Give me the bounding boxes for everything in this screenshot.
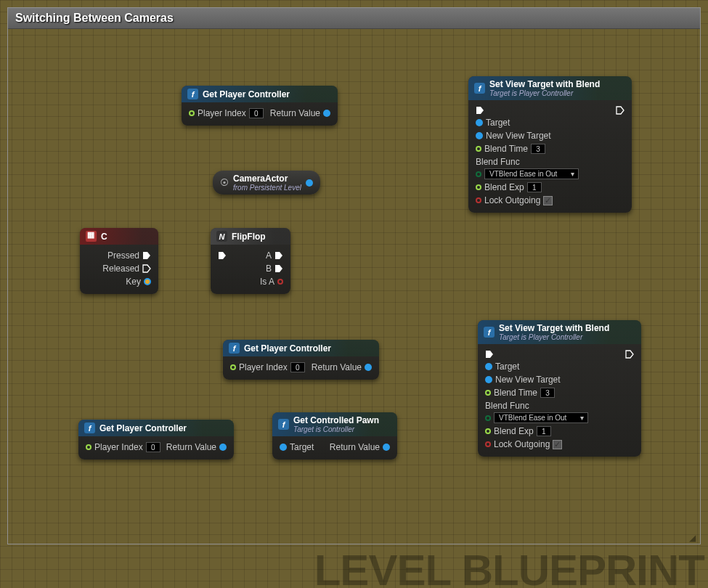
pin-new-view-target[interactable] <box>476 132 483 139</box>
lock-outgoing-checkbox[interactable]: ✓ <box>553 440 562 449</box>
pin-exec-b[interactable] <box>274 264 283 273</box>
node-flipflop[interactable]: N FlipFlop A B Is A <box>211 228 290 294</box>
node-get-player-controller-1[interactable]: f Get Player Controller Player Index Ret… <box>182 86 338 126</box>
pin-key[interactable] <box>144 278 151 285</box>
node-title: Set View Target with Blend <box>489 79 600 89</box>
function-icon: f <box>474 83 485 94</box>
pin-target[interactable] <box>280 444 287 451</box>
blend-time-input[interactable] <box>540 388 555 398</box>
node-title: Get Player Controller <box>203 89 290 99</box>
node-title: CameraActor <box>233 173 288 184</box>
function-icon: f <box>229 343 240 354</box>
node-key-c-event[interactable]: C Pressed Released Key <box>80 228 158 294</box>
pin-exec-in[interactable] <box>218 251 227 260</box>
blueprint-canvas[interactable]: LEVEL BLUEPRINT Switching Between Camera… <box>0 0 708 588</box>
lock-outgoing-checkbox[interactable]: ✓ <box>543 196 553 205</box>
pin-is-a[interactable] <box>277 279 283 285</box>
node-set-view-target-1[interactable]: f Set View Target with Blend Target is P… <box>468 76 632 213</box>
pin-player-index[interactable] <box>230 364 236 370</box>
node-title: Get Controlled Pawn <box>293 415 379 425</box>
pin-blend-time[interactable] <box>476 146 481 152</box>
pin-blend-exp[interactable] <box>476 184 481 190</box>
pin-blend-exp[interactable] <box>485 428 491 434</box>
node-title: Get Player Controller <box>99 423 187 433</box>
pin-return-value[interactable] <box>323 110 330 117</box>
blend-exp-input[interactable] <box>527 182 542 192</box>
pin-new-view-target[interactable] <box>485 376 492 383</box>
pin-target[interactable] <box>485 363 492 370</box>
node-subtitle: Target is Player Controller <box>489 89 600 97</box>
player-index-input[interactable] <box>146 442 160 452</box>
blend-exp-input[interactable] <box>537 426 551 436</box>
pin-blend-func[interactable] <box>476 171 481 177</box>
pin-blend-time[interactable] <box>485 390 491 396</box>
function-icon: f <box>484 327 495 338</box>
node-set-view-target-2[interactable]: f Set View Target with Blend Target is P… <box>478 320 641 457</box>
pin-output[interactable] <box>306 179 313 187</box>
pin-exec-in[interactable] <box>485 350 494 359</box>
pin-return-value[interactable] <box>383 444 390 451</box>
pin-lock-outgoing[interactable] <box>476 197 481 203</box>
node-camera-actor-ref[interactable]: ⦿ CameraActor from Persistent Level <box>213 171 320 195</box>
node-subtitle: from Persistent Level <box>233 184 301 192</box>
player-index-input[interactable] <box>249 108 264 118</box>
node-title: C <box>101 232 107 242</box>
pin-target[interactable] <box>476 119 483 126</box>
pin-exec-pressed[interactable] <box>142 251 151 260</box>
node-title: FlipFlop <box>232 232 266 242</box>
macro-icon: N <box>216 231 227 242</box>
node-subtitle: Target is Controller <box>293 425 379 433</box>
pin-return-value[interactable] <box>219 444 227 451</box>
watermark: LEVEL BLUEPRINT <box>314 545 704 588</box>
blend-time-input[interactable] <box>531 144 545 154</box>
blend-func-dropdown[interactable]: VTBlend Ease in Out <box>484 168 579 179</box>
node-title: Get Player Controller <box>244 343 331 354</box>
pin-exec-out[interactable] <box>625 350 634 359</box>
pin-player-index[interactable] <box>86 444 91 450</box>
function-icon: f <box>278 419 289 430</box>
pin-player-index[interactable] <box>189 110 195 116</box>
node-get-player-controller-2[interactable]: f Get Player Controller Player Index Ret… <box>223 340 379 380</box>
resize-handle-icon[interactable] <box>689 533 698 542</box>
pin-lock-outgoing[interactable] <box>485 441 491 447</box>
pin-return-value[interactable] <box>365 364 372 371</box>
blend-func-dropdown[interactable]: VTBlend Ease in Out <box>494 412 588 423</box>
pin-exec-in[interactable] <box>476 106 484 115</box>
pin-blend-func[interactable] <box>485 415 491 421</box>
function-icon: f <box>84 422 95 433</box>
pin-exec-a[interactable] <box>274 251 283 260</box>
function-icon: f <box>187 89 198 99</box>
keyboard-icon <box>86 231 97 242</box>
node-get-player-controller-3[interactable]: f Get Player Controller Player Index Ret… <box>78 420 234 460</box>
actor-ref-icon: ⦿ <box>220 178 229 188</box>
node-title: Set View Target with Blend <box>499 323 609 333</box>
player-index-input[interactable] <box>290 362 305 372</box>
pin-exec-out[interactable] <box>616 106 624 115</box>
node-subtitle: Target is Player Controller <box>499 333 609 341</box>
node-get-controlled-pawn[interactable]: f Get Controlled Pawn Target is Controll… <box>272 412 397 460</box>
pin-exec-released[interactable] <box>142 264 151 273</box>
frame-title[interactable]: Switching Between Cameras <box>8 8 700 29</box>
